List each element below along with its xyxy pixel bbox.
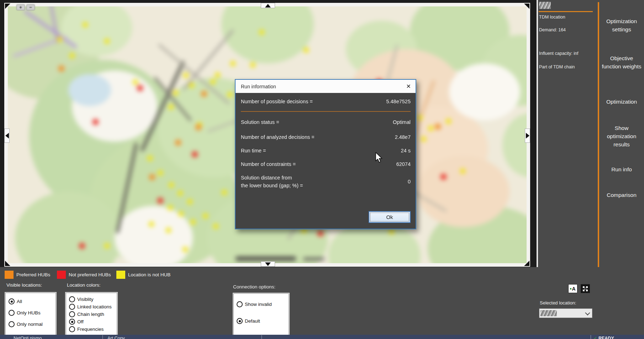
radio-icon [69,304,75,310]
location-name-redacted [539,2,551,9]
radio-visiblity[interactable]: Visiblity [66,296,117,302]
status-divider [591,335,591,339]
nav-optimization[interactable]: Optimization [599,98,644,106]
fullscreen-button[interactable] [581,284,590,293]
arrow-down-icon [265,262,271,266]
chevron-down-icon [585,310,590,315]
selected-location-label: Selected location: [540,300,576,306]
radio-chain-length[interactable]: Chain length [66,311,117,317]
arrow-right-icon [526,133,529,139]
nav-optimization-settings[interactable]: Optimization settings [599,17,644,33]
radio-only-normal[interactable]: Only normal [5,321,56,327]
radio-icon [69,311,75,317]
visible-locations-label: Visible locations: [6,282,42,288]
map-resize-handle-topright[interactable] [524,4,529,9]
connection-options-label: Connection options: [233,284,275,290]
map-zoom-in-button[interactable]: + [16,4,25,10]
legend-swatch-yellow [116,271,125,279]
radio-only-hubs[interactable]: Only HUBs [5,310,56,316]
radio-selected-icon [9,298,15,304]
stat-gap: Solution distance from the lower bound (… [241,174,411,189]
radio-off[interactable]: Off [66,319,117,325]
arrow-left-icon [5,133,9,139]
radio-icon [69,296,75,302]
status-ready: ✓ READY [593,335,614,339]
letter-a-icon: A [572,286,575,292]
stat-constraints: Number of constraints = 62074 [241,160,411,168]
status-divider [102,335,103,339]
ok-button[interactable]: Ok [369,211,411,223]
mouse-cursor [375,152,383,163]
legend-swatch-orange [5,271,14,279]
stat-run-time: Run time = 24 s [241,147,411,155]
dialog-body: Number of possible decisions = 5.48e7525… [236,93,416,229]
radio-icon [237,301,243,307]
nav-show-optimization-results[interactable]: Show optimization results [599,124,644,148]
map-resize-handle-bottomright[interactable] [524,261,529,266]
run-information-dialog: Run information ✕ Number of possible dec… [235,79,416,229]
dialog-titlebar[interactable]: Run information ✕ [236,80,416,93]
radio-selected-icon [69,319,75,325]
map-pan-right-button[interactable] [525,129,530,143]
connection-options-group: Show invalid Default [233,293,290,339]
stat-analyzed-decisions: Number of analyzed decisions = 2.48e7 [241,133,411,141]
arrow-up-icon [265,4,271,7]
nav-comparison[interactable]: Comparison [599,191,644,199]
info-line-chain: Part of TDM chain [539,64,575,69]
status-item-app: NetOpti nismo [14,335,42,339]
dialog-divider [241,111,411,112]
green-dot-icon [570,288,571,290]
info-line-demand: Demand: 164 [539,27,566,32]
status-item-mode: Art Copy [107,335,125,339]
expand-icon [582,286,588,292]
legend-item-not-preferred: Not preferred HUBs [57,271,111,279]
legend-item-preferred: Preferred HUBs [5,271,50,279]
radio-icon [69,326,75,332]
selected-location-dropdown[interactable] [539,308,592,318]
map-resize-handle-bottomleft[interactable] [5,261,10,266]
check-icon: ✓ [593,336,597,339]
stat-possible-decisions: Number of possible decisions = 5.48e7525 [241,98,411,105]
radio-frequencies[interactable]: Frequencies [66,326,117,332]
location-colors-label: Location colors: [67,282,101,288]
map-pan-up-button[interactable] [261,3,275,8]
radio-icon [9,310,15,316]
map-zoom-out-button[interactable]: − [26,4,35,10]
legend-item-not-hub: Location is not HUB [116,271,170,279]
app-root: + − TDM location Demand: 164 Influent ca… [0,0,644,339]
map-pan-down-button[interactable] [261,261,275,267]
location-colors-group: Visiblity Linked locations Chain length … [65,292,118,336]
legend-swatch-red [57,271,66,279]
close-icon[interactable]: ✕ [406,84,411,89]
nav-run-info[interactable]: Run info [599,165,644,173]
radio-default[interactable]: Default [233,318,289,324]
dialog-title: Run information [241,84,276,89]
stat-solution-status: Solution status = Optimal [241,118,411,126]
status-bar: NetOpti nismo Art Copy ✓ READY [0,335,644,339]
radio-linked-locations[interactable]: Linked locations [66,304,117,310]
radio-all[interactable]: All [5,298,56,304]
radio-show-invalid[interactable]: Show invalid [233,301,289,307]
radio-selected-icon [237,318,243,324]
nav-objective-function-weights[interactable]: Objective function weights [599,54,644,71]
selected-location-value-redacted [540,310,557,316]
status-divider [262,335,262,339]
info-divider [539,11,593,12]
ready-label: READY [598,336,614,339]
show-labels-button[interactable]: A [568,284,577,293]
map-pan-left-button[interactable] [4,129,10,143]
info-line-type: TDM location [539,15,565,20]
radio-icon [9,321,15,327]
info-line-capacity: Influent capacity: inf [539,51,578,56]
map-resize-handle-topleft[interactable] [5,4,10,9]
visible-locations-group: All Only HUBs Only normal [5,292,57,338]
